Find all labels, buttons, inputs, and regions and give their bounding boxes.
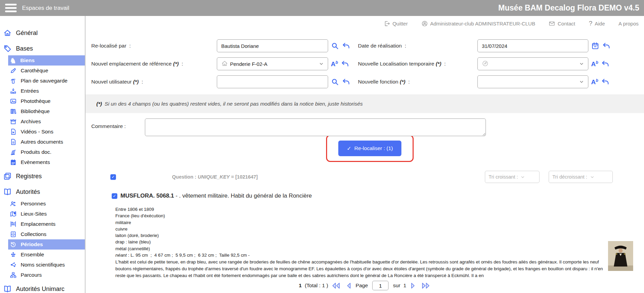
sitemap-icon	[10, 272, 17, 278]
sidebar-item-general[interactable]: Général	[0, 26, 85, 40]
page-label: Page	[356, 282, 368, 289]
date-realisation-label: Date de réalisation :	[358, 43, 477, 49]
result-total: (Total : 1 )	[305, 282, 328, 289]
sidebar-item-entrees[interactable]: Entrées	[8, 86, 85, 96]
relocation-form: Re-localisé par : Date de réalisation : …	[86, 39, 644, 88]
menu-icon[interactable]	[5, 4, 17, 12]
undo-icon[interactable]	[341, 60, 349, 68]
photo-icon	[10, 98, 17, 105]
sidebar-item-collections[interactable]: Collections	[8, 229, 85, 239]
sidebar-item-phototheque[interactable]: Photothèque	[8, 96, 85, 106]
drawers-icon	[10, 231, 17, 238]
record-description: L'habit est celui de petite tenue, en dr…	[115, 259, 605, 279]
sidebar-item-emplacements[interactable]: Emplacements	[8, 219, 85, 229]
sidebar-item-ensemble[interactable]: Ensemble	[8, 250, 85, 260]
alphabetical-icon[interactable]: Ab	[591, 60, 598, 67]
quitter-link[interactable]: Quitter	[384, 20, 408, 27]
select-all-checkbox[interactable]: ✓	[110, 174, 116, 180]
commentaire-textarea[interactable]	[145, 118, 486, 136]
date-realisation-input[interactable]	[477, 39, 588, 52]
alphabetical-icon[interactable]: Ab	[591, 78, 598, 85]
video-file-icon	[10, 128, 17, 135]
record-checkbox[interactable]: ✓	[112, 193, 117, 199]
nouvelle-fonction-label: Nouvelle fonction (*) :	[358, 79, 477, 85]
first-page-button[interactable]	[331, 282, 342, 290]
tri-croissant-select[interactable]: Tri croissant :	[485, 171, 539, 183]
chevron-down-icon	[520, 175, 525, 179]
undo-icon[interactable]	[342, 78, 350, 86]
sidebar-item-registres[interactable]: Registres	[0, 169, 85, 183]
nouvelle-fonction-select[interactable]	[477, 75, 588, 88]
history-icon	[10, 241, 17, 248]
sidebar-item-videos-sons[interactable]: Vidéos - Sons	[8, 127, 85, 137]
nouvel-emplacement-select[interactable]: Penderie F-02-A	[217, 57, 328, 70]
chevron-down-icon	[579, 79, 584, 84]
form-note: (*) Si un des 4 champs (ou les quatres) …	[86, 94, 644, 113]
sidebar-item-archives[interactable]: Archives	[8, 116, 85, 127]
pagination: 1 (Total : 1 ) Page sur 1	[86, 281, 644, 290]
sidebar-item-autres-documents[interactable]: Autres documents	[8, 137, 85, 147]
sidebar-item-autorites[interactable]: Autorités	[0, 185, 85, 199]
pages-total: 1	[403, 282, 406, 289]
apropos-link[interactable]: A propos	[619, 21, 639, 26]
sidebar-item-produits-doc[interactable]: Produits doc.	[8, 147, 85, 157]
people-icon	[10, 200, 17, 207]
question-text: Question : UNIQUE_KEY = [1021647]	[172, 174, 258, 180]
undo-icon[interactable]	[602, 42, 610, 50]
user-account[interactable]: Administrateur-club ADMINISTRATEUR-CLUB	[421, 20, 535, 27]
undo-icon[interactable]	[601, 78, 609, 86]
sidebar-item-noms-scientifiques[interactable]: Noms scientifiques	[8, 260, 85, 270]
search-icon[interactable]	[331, 42, 339, 50]
record-detail-line: laiton (doré, broderie)	[115, 232, 644, 239]
re-localiser-button[interactable]: ✓ Re-localiser : (1)	[338, 141, 401, 156]
calendar-icon	[10, 159, 17, 166]
book-open-icon	[3, 285, 12, 293]
sidebar-item-plan-de-sauvegarde[interactable]: Plan de sauvegarde	[8, 76, 85, 86]
result-record: ✓ MUSFLORA. 5068.1 - . vêtement militair…	[86, 193, 644, 279]
sidebar-item-evenements[interactable]: Evènements	[8, 157, 85, 167]
sidebar-item-personnes[interactable]: Personnes	[8, 199, 85, 209]
sidebar-item-biens[interactable]: ♞ Biens	[8, 55, 85, 66]
relocalise-par-input[interactable]	[217, 39, 328, 52]
nouvelle-localisation-select[interactable]	[477, 57, 588, 70]
sidebar-item-periodes[interactable]: Périodes	[8, 239, 85, 250]
question-row: ✓ Question : UNIQUE_KEY = [1021647] Tri …	[86, 171, 644, 183]
home-icon	[3, 29, 12, 37]
molecule-icon	[10, 261, 17, 268]
nouvel-emplacement-label: Nouvel emplacement de référence (*) :	[91, 61, 217, 67]
sidebar-item-lieux-sites[interactable]: Lieux-Sites	[8, 209, 85, 219]
sidebar-item-autorites-unimarc[interactable]: Autorités Unimarc	[0, 282, 85, 293]
aide-link[interactable]: ? Aide	[589, 20, 605, 27]
nouvel-utilisateur-input[interactable]	[217, 75, 328, 88]
record-title[interactable]: MUSFLORA. 5068.1 - . vêtement militaire.…	[120, 193, 312, 199]
comment-row: Commentaire :	[86, 118, 644, 136]
contact-link[interactable]: Contact	[549, 20, 575, 27]
page-number-input[interactable]	[372, 281, 389, 290]
sidebar-item-carotheque[interactable]: Carothèque	[8, 66, 85, 76]
sidebar-item-bibliotheque[interactable]: Bibliothèque	[8, 106, 85, 116]
alphabetical-icon[interactable]: Ab	[331, 60, 338, 67]
next-page-button[interactable]	[409, 282, 417, 290]
undo-icon[interactable]	[601, 60, 609, 68]
help-icon: ?	[589, 20, 592, 27]
relocalise-par-label: Re-localisé par :	[91, 43, 217, 49]
nouvelle-localisation-label: Nouvelle Localisation temporaire (*) :	[358, 61, 477, 67]
last-page-button[interactable]	[420, 282, 431, 290]
record-detail-line: militaire	[115, 219, 644, 226]
undo-icon[interactable]	[342, 42, 350, 50]
prev-page-button[interactable]	[345, 282, 353, 290]
inbox-down-icon	[10, 88, 17, 94]
record-title-row: ✓ MUSFLORA. 5068.1 - . vêtement militair…	[112, 193, 644, 199]
workspace-label[interactable]: Espaces de travail	[22, 5, 69, 12]
sur-label: sur	[393, 282, 400, 289]
sidebar-item-parcours[interactable]: Parcours	[8, 270, 85, 280]
record-thumbnail[interactable]	[608, 241, 633, 271]
search-icon[interactable]	[331, 78, 339, 86]
calendar-icon[interactable]	[591, 42, 599, 50]
app-title: Musée BAM Decalog Flora DEMO v4.5	[498, 3, 639, 13]
annotation-highlight: ✓ Re-localiser : (1)	[326, 135, 414, 162]
sheets-icon	[10, 149, 17, 155]
sidebar-item-bases[interactable]: Bases	[0, 42, 85, 55]
tri-decroissant-select[interactable]: Tri décroissant :	[549, 171, 613, 183]
exit-icon	[384, 20, 390, 27]
